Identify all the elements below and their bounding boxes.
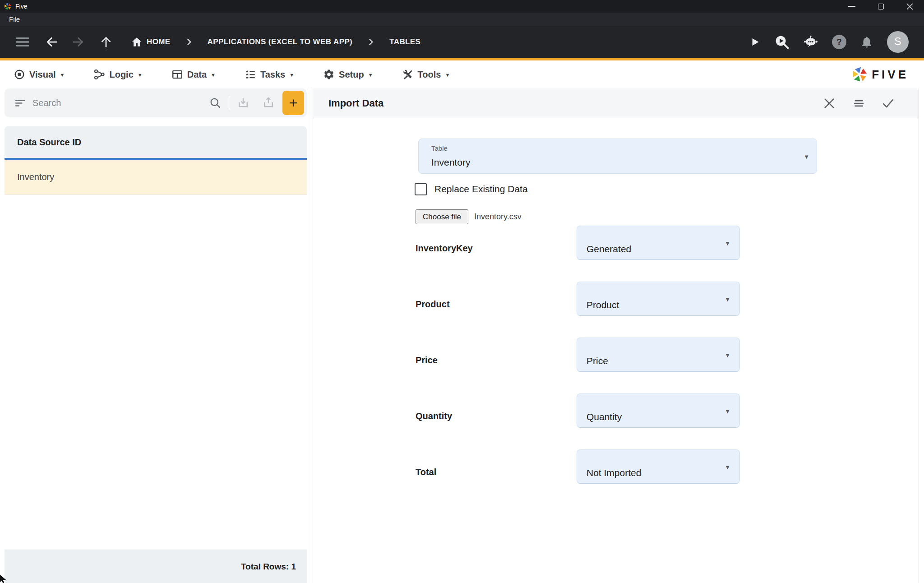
- tools-icon: [402, 69, 414, 80]
- mapping-select-quantity[interactable]: Quantity ▼: [577, 393, 740, 428]
- caret-down-icon: ▼: [445, 72, 450, 78]
- close-button[interactable]: [895, 0, 924, 13]
- chevron-right-icon: [367, 38, 375, 46]
- user-avatar[interactable]: S: [887, 31, 909, 53]
- import-icon[interactable]: [236, 96, 250, 110]
- bell-icon: [860, 35, 873, 49]
- window-controls: [837, 0, 924, 13]
- mapping-select-total[interactable]: Not Imported ▼: [577, 449, 740, 484]
- maximize-icon: [878, 4, 884, 9]
- toolbar-menu-label: Logic: [109, 69, 133, 80]
- toolbar-menu-label: Setup: [339, 69, 364, 80]
- breadcrumb-home-label[interactable]: HOME: [147, 37, 171, 46]
- forward-arrow-icon: [71, 35, 85, 49]
- breadcrumb-applications[interactable]: APPLICATIONS (EXCEL TO WEB APP): [208, 37, 353, 46]
- table-select[interactable]: Table Inventory ▼: [418, 139, 817, 174]
- dialog-right-edge: [919, 88, 919, 583]
- minimize-button[interactable]: [837, 0, 866, 13]
- column-header-label: Data Source ID: [17, 137, 81, 148]
- mapping-select-value: Quantity: [587, 412, 622, 422]
- toolbar-menu-label: Tools: [418, 69, 441, 80]
- dialog-save-check-icon[interactable]: [882, 97, 894, 110]
- mapping-label-quantity: Quantity: [416, 411, 569, 421]
- toolbar-menu-label: Tasks: [260, 69, 285, 80]
- five-logo-icon: [851, 66, 868, 83]
- selected-filename: Inventory.csv: [474, 212, 522, 222]
- mapping-select-value: Not Imported: [587, 467, 641, 478]
- add-record-button[interactable]: +: [282, 91, 304, 115]
- assistant-button[interactable]: [803, 34, 818, 50]
- toolbar-menu-data[interactable]: Data ▼: [171, 69, 216, 80]
- toolbar-menu-tools[interactable]: Tools ▼: [402, 69, 450, 80]
- maximize-button[interactable]: [866, 0, 895, 13]
- caret-down-icon: ▼: [804, 153, 809, 160]
- table-select-value: Inventory: [431, 157, 470, 168]
- toolbar-menu-logic[interactable]: Logic ▼: [93, 69, 142, 80]
- toolbar-menu-label: Data: [187, 69, 207, 80]
- choose-file-button[interactable]: Choose file: [416, 209, 468, 224]
- mapping-select-value: Generated: [587, 244, 631, 254]
- back-arrow-icon: [45, 35, 59, 49]
- list-row-label: Inventory: [17, 172, 54, 182]
- plus-icon: +: [289, 95, 298, 111]
- toolbar-menu-setup[interactable]: Setup ▼: [323, 69, 373, 80]
- left-panel-edge: [307, 88, 307, 583]
- menu-bar: File: [0, 13, 924, 26]
- total-rows-label: Total Rows: 1: [241, 562, 296, 572]
- back-button[interactable]: [45, 35, 59, 49]
- avatar-initial: S: [894, 36, 901, 48]
- export-icon[interactable]: [262, 96, 275, 110]
- total-rows-footer: Total Rows: 1: [5, 550, 307, 583]
- notifications-button[interactable]: [860, 35, 873, 49]
- mapping-label-inventorykey: InventoryKey: [416, 243, 569, 254]
- dialog-close-icon[interactable]: [823, 97, 836, 110]
- toolbar-menu-tasks[interactable]: Tasks ▼: [245, 69, 294, 80]
- mapping-select-inventorykey[interactable]: Generated ▼: [577, 226, 740, 260]
- menu-file[interactable]: File: [9, 15, 20, 23]
- toolbar-menu-label: Visual: [29, 69, 56, 80]
- breadcrumb-home[interactable]: HOME: [131, 36, 171, 48]
- visual-icon: [14, 69, 25, 80]
- window-titlebar: Five: [0, 0, 924, 13]
- dialog-menu-lines-icon[interactable]: [852, 97, 865, 110]
- chevron-right-icon: [185, 38, 193, 46]
- window-title: Five: [15, 3, 27, 10]
- toolbar-menu-visual[interactable]: Visual ▼: [14, 69, 65, 80]
- play-icon: [749, 36, 761, 48]
- up-arrow-icon: [99, 35, 113, 49]
- caret-down-icon: ▼: [725, 352, 730, 359]
- mouse-cursor: [0, 574, 8, 583]
- column-header-data-source-id[interactable]: Data Source ID: [5, 126, 307, 158]
- divider: [229, 95, 229, 111]
- filter-icon: [14, 97, 26, 109]
- caret-down-icon: ▼: [60, 72, 65, 78]
- mapping-label-price: Price: [416, 355, 569, 366]
- search-input[interactable]: [32, 98, 145, 108]
- search-play-icon: [774, 34, 790, 50]
- caret-down-icon: ▼: [138, 72, 143, 78]
- mapping-select-value: Price: [587, 356, 608, 366]
- list-row-inventory[interactable]: Inventory: [5, 160, 307, 195]
- caret-down-icon: ▼: [725, 464, 730, 471]
- up-level-button[interactable]: [99, 35, 113, 49]
- mapping-select-price[interactable]: Price ▼: [577, 338, 740, 372]
- replace-existing-data-checkbox[interactable]: [415, 183, 427, 195]
- mapping-select-value: Product: [587, 300, 619, 310]
- run-button[interactable]: [749, 36, 761, 48]
- five-brand: FIVE: [851, 60, 909, 88]
- caret-down-icon: ▼: [725, 408, 730, 415]
- caret-down-icon: ▼: [368, 72, 373, 78]
- search-icon[interactable]: [209, 97, 222, 109]
- help-button[interactable]: ?: [832, 35, 846, 49]
- logic-icon: [93, 69, 105, 80]
- mapping-select-product[interactable]: Product ▼: [577, 282, 740, 316]
- data-table-icon: [171, 69, 183, 80]
- hamburger-menu-button[interactable]: [16, 37, 29, 47]
- close-icon: [906, 3, 913, 10]
- caret-down-icon: ▼: [725, 296, 730, 303]
- dialog-title: Import Data: [328, 97, 383, 109]
- forward-button[interactable]: [71, 35, 85, 49]
- mapping-label-total: Total: [416, 467, 569, 477]
- breadcrumb-tables[interactable]: TABLES: [389, 37, 420, 46]
- preview-app-button[interactable]: [774, 34, 790, 50]
